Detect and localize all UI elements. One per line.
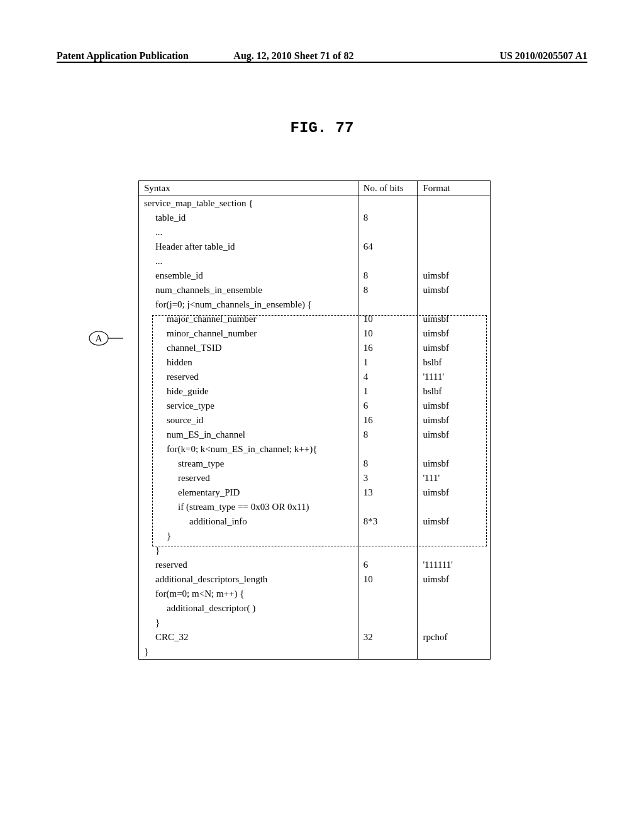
cell-syntax: for(m=0; m<N; m++) { — [139, 587, 358, 601]
table-row: ensemble_id8uimsbf — [139, 268, 491, 283]
cell-format — [418, 645, 491, 660]
cell-bits — [358, 645, 418, 660]
cell-bits — [358, 529, 418, 543]
cell-syntax: additional_descriptors_length — [139, 572, 358, 587]
syntax-text: stream_type — [144, 458, 353, 469]
cell-syntax: minor_channel_number — [139, 326, 358, 341]
table-row: for(m=0; m<N; m++) { — [139, 587, 491, 601]
cell-syntax: CRC_32 — [139, 630, 358, 645]
figure-title: FIG. 77 — [57, 119, 587, 136]
col-header-syntax: Syntax — [139, 181, 358, 196]
table-row: for(k=0; k<num_ES_in_channel; k++){ — [139, 442, 491, 456]
cell-bits: 13 — [358, 485, 418, 500]
cell-bits: 8 — [358, 211, 418, 225]
cell-syntax: reserved — [139, 558, 358, 572]
cell-format: uimsbf — [418, 399, 491, 413]
header-right: US 2010/0205507 A1 — [411, 50, 587, 62]
cell-syntax: } — [139, 645, 358, 660]
cell-syntax: num_ES_in_channel — [139, 428, 358, 442]
cell-bits: 1 — [358, 384, 418, 399]
syntax-text: for(j=0; j<num_channels_in_ensemble) { — [144, 299, 353, 310]
cell-syntax: reserved — [139, 471, 358, 485]
header-center: Aug. 12, 2010 Sheet 71 of 82 — [233, 50, 410, 62]
cell-format — [418, 529, 491, 543]
cell-format — [418, 442, 491, 456]
cell-bits — [358, 442, 418, 456]
syntax-text: hide_guide — [144, 386, 353, 397]
syntax-text: num_channels_in_ensemble — [144, 285, 353, 296]
cell-bits — [358, 254, 418, 268]
cell-format — [418, 601, 491, 616]
cell-syntax: Header after table_id — [139, 240, 358, 254]
cell-syntax: for(k=0; k<num_ES_in_channel; k++){ — [139, 442, 358, 456]
syntax-text: ... — [144, 256, 353, 267]
table-row: additional_descriptor( ) — [139, 601, 491, 616]
syntax-text: elementary_PID — [144, 487, 353, 498]
cell-format: uimsbf — [418, 572, 491, 587]
table-row: service_map_table_section { — [139, 196, 491, 211]
cell-format: uimsbf — [418, 326, 491, 341]
annotation-a-text: A — [96, 333, 103, 343]
cell-bits: 6 — [358, 399, 418, 413]
table-row: } — [139, 529, 491, 543]
syntax-text: } — [144, 617, 353, 628]
syntax-text: } — [144, 545, 353, 556]
syntax-table: Syntax No. of bits Format service_map_ta… — [138, 180, 491, 660]
cell-syntax: if (stream_type == 0x03 OR 0x11) — [139, 500, 358, 514]
syntax-text: Header after table_id — [144, 241, 353, 252]
cell-format: uimsbf — [418, 413, 491, 428]
cell-syntax: num_channels_in_ensemble — [139, 283, 358, 297]
cell-syntax: hide_guide — [139, 384, 358, 399]
cell-format: uimsbf — [418, 312, 491, 326]
table-row: elementary_PID13uimsbf — [139, 485, 491, 500]
syntax-text: reserved — [144, 560, 353, 570]
syntax-text: additional_descriptors_length — [144, 574, 353, 585]
cell-format — [418, 196, 491, 211]
cell-bits — [358, 500, 418, 514]
cell-syntax: for(j=0; j<num_channels_in_ensemble) { — [139, 297, 358, 312]
cell-bits: 8*3 — [358, 514, 418, 529]
table-row: reserved6'111111' — [139, 558, 491, 572]
table-row: reserved3'111' — [139, 471, 491, 485]
cell-format: rpchof — [418, 630, 491, 645]
cell-format — [418, 211, 491, 225]
cell-syntax: ... — [139, 225, 358, 240]
syntax-text: for(k=0; k<num_ES_in_channel; k++){ — [144, 444, 353, 455]
cell-syntax: hidden — [139, 355, 358, 370]
cell-syntax: } — [139, 543, 358, 558]
cell-format: uimsbf — [418, 428, 491, 442]
cell-syntax: additional_descriptor( ) — [139, 601, 358, 616]
table-row: ... — [139, 225, 491, 240]
page-header: Patent Application Publication Aug. 12, … — [57, 50, 587, 62]
col-header-bits: No. of bits — [358, 181, 418, 196]
syntax-text: hidden — [144, 357, 353, 368]
cell-format: '1111' — [418, 370, 491, 384]
cell-syntax: table_id — [139, 211, 358, 225]
cell-syntax: elementary_PID — [139, 485, 358, 500]
cell-bits: 8 — [358, 268, 418, 283]
syntax-text: CRC_32 — [144, 632, 353, 643]
table-row: channel_TSID16uimsbf — [139, 341, 491, 355]
table-row: } — [139, 616, 491, 630]
cell-bits: 4 — [358, 370, 418, 384]
cell-bits: 10 — [358, 326, 418, 341]
annotation-a-label: A — [88, 330, 123, 346]
table-row: num_ES_in_channel8uimsbf — [139, 428, 491, 442]
syntax-text: service_type — [144, 401, 353, 411]
cell-format — [418, 240, 491, 254]
syntax-text: service_map_table_section { — [144, 198, 353, 209]
table-row: minor_channel_number10uimsbf — [139, 326, 491, 341]
cell-format: uimsbf — [418, 485, 491, 500]
syntax-text: } — [144, 646, 353, 657]
cell-syntax: reserved — [139, 370, 358, 384]
syntax-text: ensemble_id — [144, 270, 353, 281]
cell-syntax: ensemble_id — [139, 268, 358, 283]
header-rule — [57, 62, 587, 63]
cell-format: uimsbf — [418, 268, 491, 283]
col-header-format: Format — [418, 181, 491, 196]
cell-format — [418, 543, 491, 558]
table-row: table_id8 — [139, 211, 491, 225]
table-row: } — [139, 645, 491, 660]
cell-bits: 3 — [358, 471, 418, 485]
cell-format — [418, 225, 491, 240]
